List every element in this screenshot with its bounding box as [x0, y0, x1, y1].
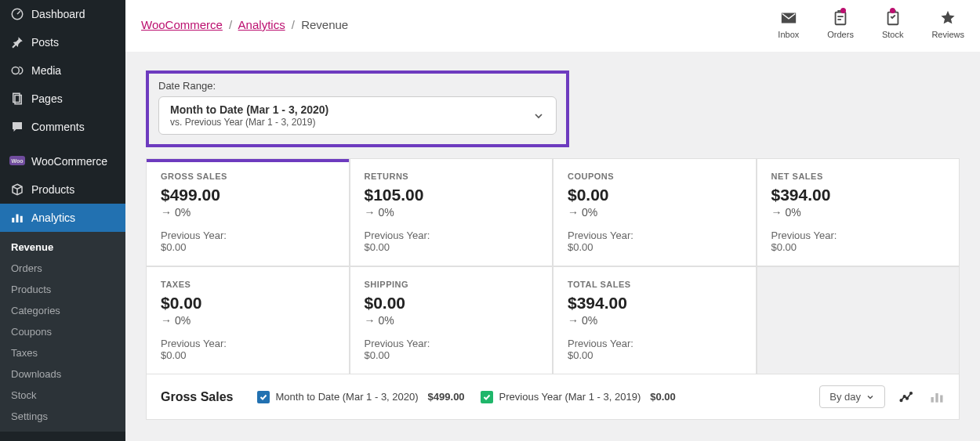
- arrow-right-icon: →: [365, 206, 376, 219]
- media-icon: [9, 63, 25, 78]
- sidebar-item-label: Media: [31, 64, 116, 77]
- top-action-stock[interactable]: Stock: [882, 9, 904, 39]
- svg-point-11: [900, 399, 902, 401]
- submenu-item-stock[interactable]: Stock: [0, 385, 125, 406]
- card-total-sales[interactable]: TOTAL SALES $394.00 →0% Previous Year: $…: [554, 267, 756, 374]
- svg-point-14: [910, 392, 913, 394]
- checkbox-checked-icon: [481, 391, 493, 403]
- card-title: RETURNS: [365, 172, 539, 181]
- pages-icon: [9, 91, 25, 107]
- interval-label: By day: [829, 391, 861, 403]
- arrow-right-icon: →: [568, 206, 579, 219]
- top-action-label: Inbox: [778, 30, 799, 39]
- interval-dropdown[interactable]: By day: [819, 385, 885, 408]
- sidebar-item-pages[interactable]: Pages: [0, 85, 125, 113]
- sidebar-item-posts[interactable]: Posts: [0, 28, 125, 56]
- arrow-right-icon: →: [568, 314, 579, 327]
- daterange-main-text: Month to Date (Mar 1 - 3, 2020): [170, 103, 328, 116]
- top-action-label: Reviews: [931, 30, 964, 39]
- bar-chart-view-button[interactable]: [929, 389, 945, 405]
- box-icon: [9, 182, 25, 197]
- admin-sidebar: Dashboard Posts Media Pages Comments Woo…: [0, 0, 125, 441]
- card-gross-sales[interactable]: GROSS SALES $499.00 →0% Previous Year: $…: [147, 159, 349, 266]
- legend-secondary[interactable]: Previous Year (Mar 1 - 3, 2019) $0.00: [481, 391, 676, 403]
- svg-rect-9: [836, 13, 846, 25]
- card-delta: →0%: [161, 206, 335, 219]
- card-prev-label: Previous Year:: [365, 230, 539, 241]
- card-delta: →0%: [365, 206, 539, 219]
- legend-primary[interactable]: Month to Date (Mar 1 - 3, 2020) $499.00: [257, 391, 465, 403]
- comment-icon: [9, 119, 25, 135]
- chevron-down-icon: [866, 392, 875, 402]
- daterange-label: Date Range:: [158, 80, 557, 92]
- card-prev-label: Previous Year:: [568, 230, 742, 241]
- top-action-inbox[interactable]: Inbox: [778, 9, 799, 39]
- dashboard-icon: [9, 6, 25, 22]
- card-prev-label: Previous Year:: [771, 230, 946, 241]
- card-value: $105.00: [365, 186, 539, 204]
- sidebar-item-label: Posts: [31, 36, 116, 49]
- card-coupons[interactable]: COUPONS $0.00 →0% Previous Year: $0.00: [554, 159, 756, 266]
- card-value: $499.00: [161, 186, 335, 204]
- card-title: TOTAL SALES: [568, 280, 742, 289]
- sidebar-item-woocommerce[interactable]: Woo WooCommerce: [0, 147, 125, 175]
- sidebar-item-products[interactable]: Products: [0, 175, 125, 204]
- sidebar-item-label: Dashboard: [31, 8, 116, 20]
- card-prev-value: $0.00: [161, 349, 335, 361]
- card-delta: →0%: [161, 314, 335, 327]
- submenu-item-downloads[interactable]: Downloads: [0, 363, 125, 385]
- submenu-item-settings[interactable]: Settings: [0, 406, 125, 427]
- card-delta: →0%: [365, 314, 539, 327]
- daterange-dropdown[interactable]: Month to Date (Mar 1 - 3, 2020) vs. Prev…: [158, 96, 557, 135]
- svg-text:Woo: Woo: [11, 158, 23, 164]
- analytics-submenu: Revenue Orders Products Categories Coupo…: [0, 232, 125, 432]
- chevron-down-icon: [532, 110, 545, 122]
- svg-point-13: [906, 397, 909, 399]
- submenu-item-coupons[interactable]: Coupons: [0, 321, 125, 342]
- breadcrumb-current: Revenue: [301, 18, 348, 31]
- submenu-item-revenue[interactable]: Revenue: [0, 237, 125, 258]
- top-action-orders[interactable]: Orders: [827, 9, 854, 39]
- submenu-item-taxes[interactable]: Taxes: [0, 342, 125, 363]
- svg-rect-17: [940, 395, 942, 402]
- breadcrumb-sep: /: [229, 18, 232, 31]
- mail-icon: [780, 9, 797, 27]
- notification-dot: [840, 8, 846, 13]
- svg-rect-7: [16, 215, 19, 223]
- sidebar-item-label: Products: [31, 183, 116, 196]
- card-prev-label: Previous Year:: [568, 338, 742, 349]
- chart-controls: By day: [819, 385, 945, 408]
- card-title: SHIPPING: [365, 280, 539, 289]
- svg-rect-15: [931, 397, 934, 403]
- checkbox-checked-icon: [257, 391, 270, 403]
- card-shipping[interactable]: SHIPPING $0.00 →0% Previous Year: $0.00: [350, 267, 553, 374]
- sidebar-item-comments[interactable]: Comments: [0, 113, 125, 141]
- card-prev-value: $0.00: [568, 241, 742, 253]
- submenu-item-orders[interactable]: Orders: [0, 258, 125, 279]
- submenu-item-categories[interactable]: Categories: [0, 300, 125, 321]
- card-taxes[interactable]: TAXES $0.00 →0% Previous Year: $0.00: [147, 267, 349, 374]
- topbar: WooCommerce / Analytics / Revenue Inbox …: [125, 0, 980, 52]
- arrow-right-icon: →: [161, 206, 172, 219]
- legend-label: Month to Date (Mar 1 - 3, 2020): [276, 391, 419, 403]
- svg-point-12: [903, 395, 906, 397]
- line-chart-view-button[interactable]: [899, 389, 915, 405]
- legend-label: Previous Year (Mar 1 - 3, 2019): [499, 391, 641, 403]
- card-returns[interactable]: RETURNS $105.00 →0% Previous Year: $0.00: [350, 159, 553, 266]
- breadcrumb-woocommerce[interactable]: WooCommerce: [141, 18, 223, 31]
- svg-rect-10: [887, 13, 898, 25]
- card-net-sales[interactable]: NET SALES $394.00 →0% Previous Year: $0.…: [757, 159, 960, 266]
- woo-icon: Woo: [9, 154, 25, 169]
- chart-header: Gross Sales Month to Date (Mar 1 - 3, 20…: [146, 374, 960, 420]
- sidebar-item-label: Analytics: [31, 211, 116, 224]
- top-actions: Inbox Orders Stock Reviews: [778, 9, 964, 39]
- submenu-item-products[interactable]: Products: [0, 279, 125, 300]
- sidebar-item-media[interactable]: Media: [0, 56, 125, 85]
- svg-point-1: [12, 67, 19, 74]
- sidebar-item-dashboard[interactable]: Dashboard: [0, 0, 125, 28]
- top-action-reviews[interactable]: Reviews: [931, 9, 964, 39]
- arrow-right-icon: →: [161, 314, 172, 327]
- card-title: NET SALES: [771, 172, 946, 181]
- sidebar-item-analytics[interactable]: Analytics: [0, 204, 125, 232]
- breadcrumb-analytics[interactable]: Analytics: [238, 18, 285, 31]
